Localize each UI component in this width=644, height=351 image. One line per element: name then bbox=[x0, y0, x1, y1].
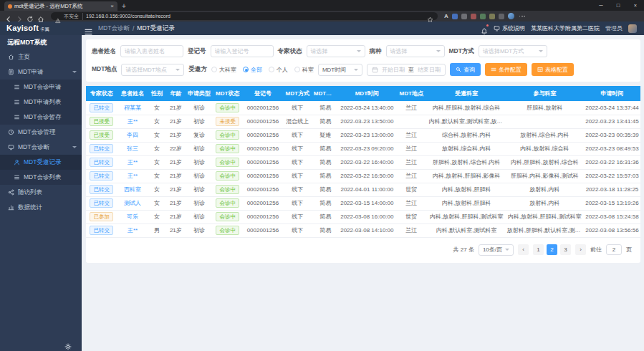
time-field-select[interactable]: MDT时间 bbox=[318, 64, 362, 76]
hamburger-menu-icon[interactable] bbox=[85, 25, 92, 32]
patient-name-link[interactable]: 可乐 bbox=[127, 213, 138, 220]
window-close-button[interactable]: × bbox=[627, 2, 644, 9]
cell-mdt_place: 兰江 bbox=[395, 142, 428, 155]
cell-age: 22岁 bbox=[165, 142, 186, 155]
search-button[interactable]: 查询 bbox=[450, 63, 481, 76]
url-text[interactable]: 192.168.0.156:9002/consultate/record bbox=[86, 14, 424, 19]
cell-mdt_time: 2022-03-22 16:40:00 bbox=[339, 155, 395, 169]
column-header-invited_depts: 受邀科室 bbox=[428, 86, 506, 101]
tab-close-icon[interactable]: × bbox=[110, 4, 114, 9]
system-help-link[interactable]: 系统说明 bbox=[494, 24, 525, 32]
patient-name-link[interactable]: 李四 bbox=[127, 132, 138, 138]
sidebar-item-statistics[interactable]: 数据统计 bbox=[0, 200, 82, 215]
extension-icon[interactable] bbox=[480, 14, 486, 19]
settings-gear-icon[interactable] bbox=[64, 340, 72, 347]
extension-icon[interactable] bbox=[461, 14, 467, 19]
goto-page-input[interactable] bbox=[606, 244, 622, 255]
browser-profile-avatar[interactable] bbox=[508, 13, 514, 19]
patient-name-link[interactable]: 王** bbox=[128, 159, 138, 165]
read-aloud-icon[interactable]: A bbox=[444, 13, 448, 19]
favorites-star-icon[interactable] bbox=[427, 13, 433, 19]
extension-icon[interactable] bbox=[489, 14, 495, 19]
sidebar-item-followup-list[interactable]: 随访列表 bbox=[0, 185, 82, 200]
sidebar-item-mdt-manage[interactable]: MDT会诊管理 bbox=[0, 125, 82, 140]
invitee-radio-3[interactable]: 科室 bbox=[294, 66, 314, 74]
mdt-mode-select[interactable]: 请选择MDT方式 bbox=[479, 45, 547, 57]
column-header-expert_status: 专家状态 bbox=[86, 86, 117, 101]
new-tab-button[interactable]: + bbox=[122, 2, 126, 10]
patient-name-link[interactable]: 王** bbox=[128, 227, 138, 234]
patient-name-input[interactable] bbox=[120, 45, 183, 57]
back-icon[interactable] bbox=[5, 13, 12, 20]
address-bar[interactable]: 不安全 192.168.0.156:9002/consultate/record bbox=[51, 12, 438, 20]
cell-expert_status: 已接受 bbox=[86, 115, 117, 128]
refresh-icon[interactable] bbox=[27, 13, 34, 20]
page-size-select[interactable]: 10条/页 bbox=[479, 244, 514, 256]
browser-home-icon[interactable] bbox=[37, 13, 44, 20]
next-page-button[interactable]: › bbox=[575, 244, 586, 255]
sidebar-item-home[interactable]: 主页 bbox=[0, 49, 82, 64]
patient-name-link[interactable]: 西科室 bbox=[124, 186, 141, 193]
security-label[interactable]: 不安全 bbox=[64, 13, 83, 20]
sidebar-item-mdt-consult-apply[interactable]: MDT会诊申请 bbox=[0, 80, 82, 95]
sidebar-item-mdt-invite-record[interactable]: MDT受邀记录 bbox=[0, 155, 82, 170]
forward-icon[interactable] bbox=[16, 13, 23, 20]
cell-mdt_status: 会诊中 bbox=[212, 155, 243, 169]
extension-icon[interactable] bbox=[471, 14, 476, 19]
date-range-picker[interactable]: 开始日期 至 结束日期 bbox=[367, 64, 446, 76]
sidebar-item-mdt-apply-list[interactable]: MDT申请列表 bbox=[0, 95, 82, 110]
extension-icon[interactable] bbox=[499, 14, 504, 19]
invitee-radio-2[interactable]: 个人 bbox=[269, 66, 288, 74]
sidebar-item-label: MDT会诊列表 bbox=[24, 173, 61, 182]
clock-icon bbox=[8, 129, 14, 135]
cell-invited_depts: 综合科,放射科,内科 bbox=[428, 128, 506, 142]
status-badge: 会诊中 bbox=[216, 103, 239, 112]
reg-no-input[interactable] bbox=[211, 45, 274, 57]
cell-mdt_status: 会诊中 bbox=[212, 196, 243, 210]
cell-reg_no: 0002001256 bbox=[243, 210, 283, 223]
condition-config-button[interactable]: 条件配置 bbox=[485, 63, 527, 76]
prev-page-button[interactable]: ‹ bbox=[518, 244, 529, 255]
sidebar-item-mdt-apply[interactable]: MDT申请 bbox=[0, 64, 82, 80]
sidebar-item-mdt-diagnosis[interactable]: MDT会诊断 bbox=[0, 140, 82, 155]
cell-expert_status: 已转交 bbox=[86, 196, 117, 210]
table-config-button[interactable]: 表格配置 bbox=[532, 63, 574, 76]
page-button-3[interactable]: 3 bbox=[560, 244, 571, 255]
radio-label: 大科室 bbox=[219, 66, 236, 74]
goto-prefix: 前往 bbox=[590, 246, 602, 254]
table-body: 已转交程某某女21岁初诊会诊中0002001256线下简易2022-03-24 … bbox=[86, 101, 640, 237]
status-badge: 会诊中 bbox=[216, 185, 239, 194]
cell-age: 21岁 bbox=[165, 115, 186, 128]
list-icon bbox=[14, 114, 20, 120]
patient-name-link[interactable]: 测试人 bbox=[124, 200, 141, 206]
cell-apply_type: 初诊 bbox=[186, 115, 212, 128]
cell-gender: 女 bbox=[148, 115, 166, 128]
browser-toolbar: 不安全 192.168.0.156:9002/consultate/record… bbox=[0, 11, 644, 21]
browser-menu-icon[interactable] bbox=[518, 16, 527, 17]
user-avatar[interactable] bbox=[628, 24, 637, 33]
mdt-place-label: MDT地点 bbox=[92, 65, 117, 74]
page-button-2[interactable]: 2 bbox=[547, 244, 557, 255]
radio-icon bbox=[269, 67, 274, 72]
invitee-radio-0[interactable]: 大科室 bbox=[211, 66, 236, 74]
patient-name-link[interactable]: 程某某 bbox=[124, 105, 141, 111]
patient-name-link[interactable]: 王** bbox=[128, 118, 138, 125]
mdt-place-select[interactable]: 请选择MDT地点 bbox=[121, 64, 184, 76]
extension-icon[interactable] bbox=[452, 14, 458, 19]
expert-status-select[interactable]: 请选择 bbox=[307, 45, 365, 57]
sidebar-item-mdt-consult-draft[interactable]: MDT会诊暂存 bbox=[0, 110, 82, 125]
cell-expert_status: 已转交 bbox=[86, 183, 117, 196]
notification-bell-icon[interactable] bbox=[481, 25, 488, 32]
patient-name-link[interactable]: 王** bbox=[128, 173, 138, 179]
disease-select[interactable]: 请选择 bbox=[386, 45, 445, 57]
status-badge: 未接受 bbox=[216, 117, 239, 126]
table-header-row: 专家状态患者姓名性别年龄申请类型MDT状态登记号MDT方式MDT类型MDT时间M… bbox=[86, 86, 640, 101]
window-maximize-button[interactable]: □ bbox=[610, 2, 627, 9]
window-minimize-button[interactable]: ─ bbox=[592, 2, 610, 9]
cell-reg_no: 0002001256 bbox=[243, 142, 283, 155]
patient-name-link[interactable]: 张三 bbox=[127, 145, 138, 152]
browser-tab[interactable]: mdt受邀记录 - 远程MDT系统 × bbox=[4, 1, 117, 11]
page-button-1[interactable]: 1 bbox=[533, 244, 544, 255]
invitee-radio-1[interactable]: 全部 bbox=[243, 66, 262, 74]
sidebar-item-mdt-consult-list[interactable]: MDT会诊列表 bbox=[0, 170, 82, 185]
